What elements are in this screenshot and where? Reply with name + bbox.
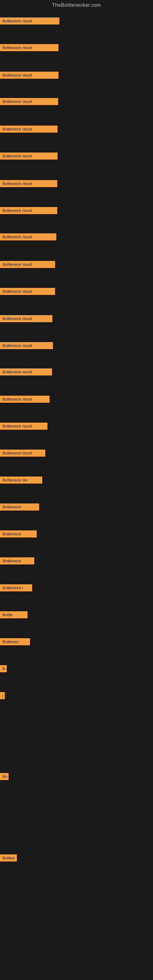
bottleneck-result-item: Bottleneck — [0, 503, 39, 511]
bottleneck-result-item: Bottleneck result — [0, 233, 56, 240]
bottleneck-result-item: Bottleneck result — [0, 342, 53, 349]
site-title: TheBottlenecker.com — [0, 0, 153, 10]
bottleneck-result-item: Bottle — [0, 611, 27, 618]
bottleneck-result-item: Bottleneck result — [0, 44, 59, 51]
bottleneck-result-item: Bottleneck result — [0, 18, 59, 24]
bottleneck-result-item: Bottleneck — [0, 530, 37, 538]
bottleneck-result-item: Bo — [0, 773, 9, 780]
bottleneck-result-item: Bottleneck result — [0, 368, 52, 375]
bottleneck-result-item: Bottleneck res — [0, 477, 42, 484]
bottleneck-result-item: Bottleneck result — [0, 315, 52, 322]
bottleneck-result-item: Bottleneck result — [0, 261, 55, 268]
bottleneck-result-item: Bottleneck result — [0, 288, 55, 295]
bottleneck-result-item: Bottleneck r — [0, 584, 32, 591]
bottleneck-result-item: Bottleneck result — [0, 396, 49, 403]
bottleneck-result-item: Bottleneck result — [0, 98, 58, 105]
bottleneck-result-item: Bottleneck result — [0, 126, 57, 133]
bottleneck-result-item: Bottleneck result — [0, 153, 57, 159]
bottleneck-result-item: Bottleneck result — [0, 207, 57, 214]
bottleneck-result-item: B — [0, 665, 7, 672]
bottleneck-result-item: | — [0, 692, 5, 699]
bottleneck-result-item: Bottleneck result — [0, 450, 45, 457]
bottleneck-result-item: Bottleneck result — [0, 423, 48, 430]
bottleneck-result-item: Bottleneck result — [0, 72, 59, 79]
bottleneck-result-item: Bottleneck — [0, 557, 34, 565]
bottleneck-result-item: Bottlen — [0, 854, 17, 861]
bottleneck-result-item: Bottlenec — [0, 638, 30, 645]
bottleneck-result-item: Bottleneck result — [0, 180, 57, 187]
